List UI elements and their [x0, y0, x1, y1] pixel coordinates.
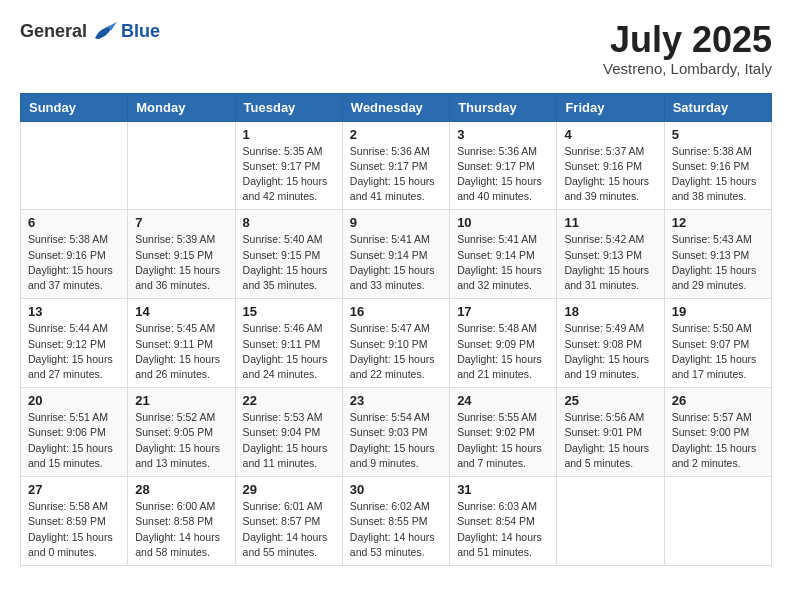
month-title: July 2025 — [603, 20, 772, 60]
calendar-cell — [21, 121, 128, 210]
day-number: 26 — [672, 393, 764, 408]
day-info: Sunrise: 5:41 AM Sunset: 9:14 PM Dayligh… — [350, 232, 442, 293]
day-info: Sunrise: 5:42 AM Sunset: 9:13 PM Dayligh… — [564, 232, 656, 293]
day-number: 20 — [28, 393, 120, 408]
calendar-header-sunday: Sunday — [21, 93, 128, 121]
day-number: 21 — [135, 393, 227, 408]
day-info: Sunrise: 5:56 AM Sunset: 9:01 PM Dayligh… — [564, 410, 656, 471]
day-info: Sunrise: 5:58 AM Sunset: 8:59 PM Dayligh… — [28, 499, 120, 560]
calendar-header-wednesday: Wednesday — [342, 93, 449, 121]
calendar-cell: 24Sunrise: 5:55 AM Sunset: 9:02 PM Dayli… — [450, 388, 557, 477]
day-info: Sunrise: 5:51 AM Sunset: 9:06 PM Dayligh… — [28, 410, 120, 471]
day-number: 15 — [243, 304, 335, 319]
calendar-cell: 30Sunrise: 6:02 AM Sunset: 8:55 PM Dayli… — [342, 477, 449, 566]
calendar-header-thursday: Thursday — [450, 93, 557, 121]
calendar-cell: 13Sunrise: 5:44 AM Sunset: 9:12 PM Dayli… — [21, 299, 128, 388]
calendar-cell: 20Sunrise: 5:51 AM Sunset: 9:06 PM Dayli… — [21, 388, 128, 477]
day-info: Sunrise: 5:39 AM Sunset: 9:15 PM Dayligh… — [135, 232, 227, 293]
day-info: Sunrise: 6:00 AM Sunset: 8:58 PM Dayligh… — [135, 499, 227, 560]
day-info: Sunrise: 5:36 AM Sunset: 9:17 PM Dayligh… — [457, 144, 549, 205]
calendar-cell: 15Sunrise: 5:46 AM Sunset: 9:11 PM Dayli… — [235, 299, 342, 388]
day-info: Sunrise: 6:01 AM Sunset: 8:57 PM Dayligh… — [243, 499, 335, 560]
day-info: Sunrise: 5:36 AM Sunset: 9:17 PM Dayligh… — [350, 144, 442, 205]
day-number: 8 — [243, 215, 335, 230]
calendar-cell: 6Sunrise: 5:38 AM Sunset: 9:16 PM Daylig… — [21, 210, 128, 299]
day-info: Sunrise: 5:54 AM Sunset: 9:03 PM Dayligh… — [350, 410, 442, 471]
title-block: July 2025 Vestreno, Lombardy, Italy — [603, 20, 772, 77]
day-info: Sunrise: 5:40 AM Sunset: 9:15 PM Dayligh… — [243, 232, 335, 293]
day-info: Sunrise: 5:47 AM Sunset: 9:10 PM Dayligh… — [350, 321, 442, 382]
day-info: Sunrise: 6:03 AM Sunset: 8:54 PM Dayligh… — [457, 499, 549, 560]
day-info: Sunrise: 5:48 AM Sunset: 9:09 PM Dayligh… — [457, 321, 549, 382]
calendar-cell: 17Sunrise: 5:48 AM Sunset: 9:09 PM Dayli… — [450, 299, 557, 388]
calendar-cell: 31Sunrise: 6:03 AM Sunset: 8:54 PM Dayli… — [450, 477, 557, 566]
day-info: Sunrise: 5:50 AM Sunset: 9:07 PM Dayligh… — [672, 321, 764, 382]
calendar-cell: 28Sunrise: 6:00 AM Sunset: 8:58 PM Dayli… — [128, 477, 235, 566]
day-number: 14 — [135, 304, 227, 319]
day-number: 3 — [457, 127, 549, 142]
day-info: Sunrise: 5:49 AM Sunset: 9:08 PM Dayligh… — [564, 321, 656, 382]
day-info: Sunrise: 5:38 AM Sunset: 9:16 PM Dayligh… — [28, 232, 120, 293]
day-number: 5 — [672, 127, 764, 142]
calendar-cell: 5Sunrise: 5:38 AM Sunset: 9:16 PM Daylig… — [664, 121, 771, 210]
day-info: Sunrise: 5:57 AM Sunset: 9:00 PM Dayligh… — [672, 410, 764, 471]
calendar-week-2: 6Sunrise: 5:38 AM Sunset: 9:16 PM Daylig… — [21, 210, 772, 299]
day-number: 24 — [457, 393, 549, 408]
day-number: 10 — [457, 215, 549, 230]
calendar-table: SundayMondayTuesdayWednesdayThursdayFrid… — [20, 93, 772, 566]
day-info: Sunrise: 5:52 AM Sunset: 9:05 PM Dayligh… — [135, 410, 227, 471]
day-number: 29 — [243, 482, 335, 497]
calendar-cell: 18Sunrise: 5:49 AM Sunset: 9:08 PM Dayli… — [557, 299, 664, 388]
day-number: 30 — [350, 482, 442, 497]
calendar-cell: 14Sunrise: 5:45 AM Sunset: 9:11 PM Dayli… — [128, 299, 235, 388]
day-number: 6 — [28, 215, 120, 230]
calendar-header-tuesday: Tuesday — [235, 93, 342, 121]
calendar-cell: 12Sunrise: 5:43 AM Sunset: 9:13 PM Dayli… — [664, 210, 771, 299]
calendar-cell: 19Sunrise: 5:50 AM Sunset: 9:07 PM Dayli… — [664, 299, 771, 388]
day-info: Sunrise: 5:53 AM Sunset: 9:04 PM Dayligh… — [243, 410, 335, 471]
calendar-cell: 1Sunrise: 5:35 AM Sunset: 9:17 PM Daylig… — [235, 121, 342, 210]
calendar-cell: 9Sunrise: 5:41 AM Sunset: 9:14 PM Daylig… — [342, 210, 449, 299]
day-number: 7 — [135, 215, 227, 230]
day-number: 27 — [28, 482, 120, 497]
day-info: Sunrise: 5:43 AM Sunset: 9:13 PM Dayligh… — [672, 232, 764, 293]
calendar-week-1: 1Sunrise: 5:35 AM Sunset: 9:17 PM Daylig… — [21, 121, 772, 210]
day-info: Sunrise: 5:55 AM Sunset: 9:02 PM Dayligh… — [457, 410, 549, 471]
day-number: 23 — [350, 393, 442, 408]
day-number: 13 — [28, 304, 120, 319]
calendar-cell: 4Sunrise: 5:37 AM Sunset: 9:16 PM Daylig… — [557, 121, 664, 210]
logo-general-text: General — [20, 21, 87, 42]
day-number: 31 — [457, 482, 549, 497]
day-info: Sunrise: 5:45 AM Sunset: 9:11 PM Dayligh… — [135, 321, 227, 382]
calendar-cell: 23Sunrise: 5:54 AM Sunset: 9:03 PM Dayli… — [342, 388, 449, 477]
day-number: 19 — [672, 304, 764, 319]
day-number: 2 — [350, 127, 442, 142]
calendar-cell: 8Sunrise: 5:40 AM Sunset: 9:15 PM Daylig… — [235, 210, 342, 299]
calendar-header-friday: Friday — [557, 93, 664, 121]
calendar-cell: 2Sunrise: 5:36 AM Sunset: 9:17 PM Daylig… — [342, 121, 449, 210]
calendar-cell: 11Sunrise: 5:42 AM Sunset: 9:13 PM Dayli… — [557, 210, 664, 299]
calendar-cell — [128, 121, 235, 210]
day-info: Sunrise: 5:37 AM Sunset: 9:16 PM Dayligh… — [564, 144, 656, 205]
day-number: 12 — [672, 215, 764, 230]
logo-blue-text: Blue — [121, 21, 160, 42]
day-number: 9 — [350, 215, 442, 230]
day-number: 17 — [457, 304, 549, 319]
day-number: 16 — [350, 304, 442, 319]
calendar-cell — [557, 477, 664, 566]
calendar-cell: 3Sunrise: 5:36 AM Sunset: 9:17 PM Daylig… — [450, 121, 557, 210]
day-number: 4 — [564, 127, 656, 142]
day-info: Sunrise: 5:38 AM Sunset: 9:16 PM Dayligh… — [672, 144, 764, 205]
day-info: Sunrise: 6:02 AM Sunset: 8:55 PM Dayligh… — [350, 499, 442, 560]
calendar-week-3: 13Sunrise: 5:44 AM Sunset: 9:12 PM Dayli… — [21, 299, 772, 388]
day-info: Sunrise: 5:41 AM Sunset: 9:14 PM Dayligh… — [457, 232, 549, 293]
day-info: Sunrise: 5:44 AM Sunset: 9:12 PM Dayligh… — [28, 321, 120, 382]
day-number: 1 — [243, 127, 335, 142]
day-number: 28 — [135, 482, 227, 497]
calendar-cell: 25Sunrise: 5:56 AM Sunset: 9:01 PM Dayli… — [557, 388, 664, 477]
logo: General Blue — [20, 20, 160, 42]
calendar-header-monday: Monday — [128, 93, 235, 121]
calendar-week-5: 27Sunrise: 5:58 AM Sunset: 8:59 PM Dayli… — [21, 477, 772, 566]
calendar-week-4: 20Sunrise: 5:51 AM Sunset: 9:06 PM Dayli… — [21, 388, 772, 477]
location-subtitle: Vestreno, Lombardy, Italy — [603, 60, 772, 77]
